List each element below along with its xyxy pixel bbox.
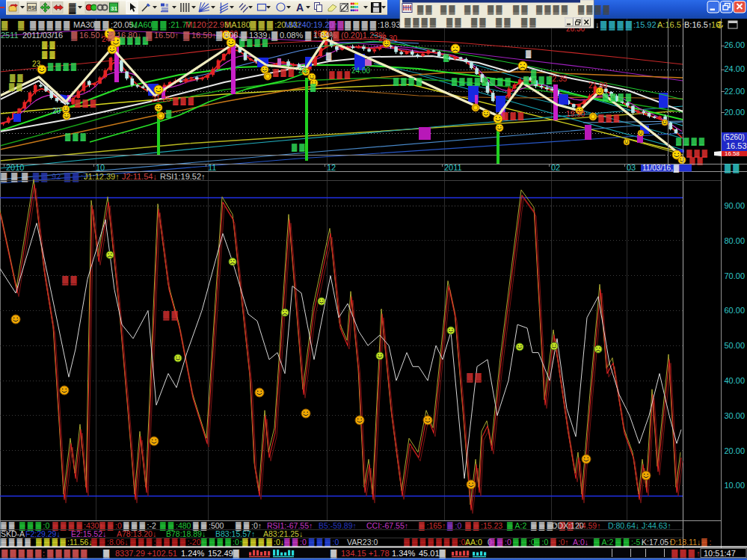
svg-text:▓: ▓ xyxy=(440,549,448,559)
svg-text::: : xyxy=(710,538,712,547)
svg-text:▓: ▓ xyxy=(447,521,455,531)
svg-text:▓▓▓▓: ▓▓▓▓ xyxy=(405,17,438,28)
svg-text:▓▓▓▓: ▓▓▓▓ xyxy=(36,538,68,547)
svg-text:▓▓: ▓▓ xyxy=(91,538,107,547)
svg-text:20.00: 20.00 xyxy=(725,446,746,455)
svg-text:16.53: 16.53 xyxy=(726,141,747,150)
svg-text:806↓: 806↓ xyxy=(224,31,242,40)
svg-text:▓: ▓ xyxy=(333,31,341,41)
svg-text:▓: ▓ xyxy=(216,31,224,41)
svg-text:16.50↑: 16.50↑ xyxy=(154,31,179,40)
svg-text:▓: ▓ xyxy=(183,31,191,41)
svg-text:▓▓: ▓▓ xyxy=(417,4,434,15)
svg-text:▓▓: ▓▓ xyxy=(9,82,24,91)
svg-text:▓: ▓ xyxy=(310,83,318,92)
svg-text:2511: 2511 xyxy=(1,31,19,40)
svg-text:▓▓▓▓: ▓▓▓▓ xyxy=(578,4,612,15)
svg-text:▓: ▓ xyxy=(241,31,249,41)
svg-text::15.23: :15.23 xyxy=(481,521,502,530)
svg-text:▓: ▓ xyxy=(18,20,26,31)
svg-text:▓: ▓ xyxy=(534,538,542,547)
svg-text:A:16.5↑: A:16.5↑ xyxy=(657,20,685,29)
svg-text:B5:-59.89↑: B5:-59.89↑ xyxy=(319,521,357,530)
svg-text:↓: ↓ xyxy=(595,20,600,29)
svg-text:134.15 +1.78: 134.15 +1.78 xyxy=(341,549,390,558)
svg-text::0: :0 xyxy=(455,521,462,530)
svg-text:10.00: 10.00 xyxy=(725,481,746,490)
svg-text:RSI: RSI xyxy=(28,5,36,10)
svg-text:▓: ▓ xyxy=(305,31,313,41)
svg-text:▓▓: ▓▓ xyxy=(94,20,111,31)
svg-text:A: A xyxy=(296,1,304,13)
svg-text:▓▓▓: ▓▓▓ xyxy=(250,20,275,31)
svg-text:▓▓: ▓▓ xyxy=(42,40,57,49)
svg-text:22.00: 22.00 xyxy=(725,87,746,96)
svg-text:▓: ▓ xyxy=(233,549,242,559)
svg-text:24.00: 24.00 xyxy=(725,64,746,73)
svg-text::0: :0 xyxy=(333,538,339,547)
svg-text:▓: ▓ xyxy=(674,164,681,173)
svg-text:16.80↓: 16.80↓ xyxy=(117,31,141,40)
svg-text::0↑: :0↑ xyxy=(233,538,243,547)
svg-text:12: 12 xyxy=(327,163,336,172)
svg-text:▓▓▓▓: ▓▓▓▓ xyxy=(345,20,378,31)
svg-text:10: 10 xyxy=(96,163,105,172)
svg-text:MA180: MA180 xyxy=(224,20,250,29)
svg-text:A:2: A:2 xyxy=(515,521,527,530)
svg-text:11/03/16,: 11/03/16, xyxy=(642,164,673,172)
svg-text::0: :0 xyxy=(505,538,511,547)
svg-text:▓▓▓▓: ▓▓▓▓ xyxy=(1,538,33,547)
svg-text:▓▓▓▓: ▓▓▓▓ xyxy=(201,538,233,547)
svg-text::0: :0 xyxy=(542,538,549,547)
svg-text:MA60: MA60 xyxy=(131,20,153,29)
svg-text:23: 23 xyxy=(32,60,41,68)
svg-text:▓▓: ▓▓ xyxy=(62,275,79,286)
svg-text:J2:11.54↓: J2:11.54↓ xyxy=(122,172,157,181)
svg-text::0↑: :0↑ xyxy=(559,538,569,547)
svg-text:▓▓: ▓▓ xyxy=(467,372,483,383)
svg-text:▓▓: ▓▓ xyxy=(513,538,529,547)
svg-text:03: 03 xyxy=(627,163,636,172)
svg-text:▓▓▓▓▓: ▓▓▓▓▓ xyxy=(30,20,72,31)
svg-text:▓▓: ▓▓ xyxy=(10,73,25,82)
svg-text:▓▓: ▓▓ xyxy=(42,50,57,59)
svg-text:8337.29 +102.51: 8337.29 +102.51 xyxy=(115,549,177,558)
svg-text:▓▓▓: ▓▓▓ xyxy=(598,114,621,123)
svg-text:60.00: 60.00 xyxy=(725,306,746,315)
svg-text:▓: ▓ xyxy=(326,52,333,61)
svg-text:J:44.63↑: J:44.63↑ xyxy=(642,521,671,530)
svg-text::0↓: :0↓ xyxy=(274,538,284,547)
svg-text:(5260): (5260) xyxy=(723,133,745,141)
svg-text:▓▓: ▓▓ xyxy=(329,20,345,31)
svg-text:2011: 2011 xyxy=(444,163,462,172)
svg-text:0.08%: 0.08% xyxy=(280,31,303,40)
svg-text:1339↓: 1339↓ xyxy=(249,31,271,40)
svg-text:▓▓▓▓▓: ▓▓▓▓▓ xyxy=(1,549,43,559)
svg-text:▓▓▓▓▓▓▓: ▓▓▓▓▓▓▓ xyxy=(404,538,460,547)
svg-text:50.00: 50.00 xyxy=(725,341,746,350)
svg-text:02: 02 xyxy=(551,163,560,172)
svg-text:21.90: 21.90 xyxy=(588,81,607,90)
svg-text:▓: ▓ xyxy=(443,53,451,62)
svg-text:10:51:47: 10:51:47 xyxy=(704,549,736,558)
svg-text:▓▓▓▓: ▓▓▓▓ xyxy=(48,62,79,71)
svg-text:45.01: 45.01 xyxy=(419,549,440,558)
svg-text:90.00: 90.00 xyxy=(725,201,746,210)
svg-text:20: 20 xyxy=(52,107,61,115)
svg-text:▓▓: ▓▓ xyxy=(488,4,504,15)
svg-text:▓▓▓▓▓: ▓▓▓▓▓ xyxy=(47,549,89,559)
svg-text:▓: ▓ xyxy=(71,31,79,41)
svg-text:▓: ▓ xyxy=(701,538,710,547)
svg-text:11: 11 xyxy=(208,163,216,172)
svg-text:▓▓▓▓▓▓▓▓: ▓▓▓▓▓▓▓▓ xyxy=(452,77,513,86)
svg-text:▓▓▓: ▓▓▓ xyxy=(309,538,333,547)
svg-text:26.00: 26.00 xyxy=(725,40,746,49)
svg-text:▓: ▓ xyxy=(1,20,10,31)
svg-text::165↑: :165↑ xyxy=(427,521,446,530)
svg-text:30.00: 30.00 xyxy=(725,411,746,420)
svg-text::0: :0 xyxy=(300,538,307,547)
svg-text:▓▓▓: ▓▓▓ xyxy=(173,96,196,105)
svg-text:DDX:120: DDX:120 xyxy=(552,521,584,530)
svg-text:B:16.5↑: B:16.5↑ xyxy=(684,20,712,29)
svg-text:▓▓▓: ▓▓▓ xyxy=(502,111,526,120)
